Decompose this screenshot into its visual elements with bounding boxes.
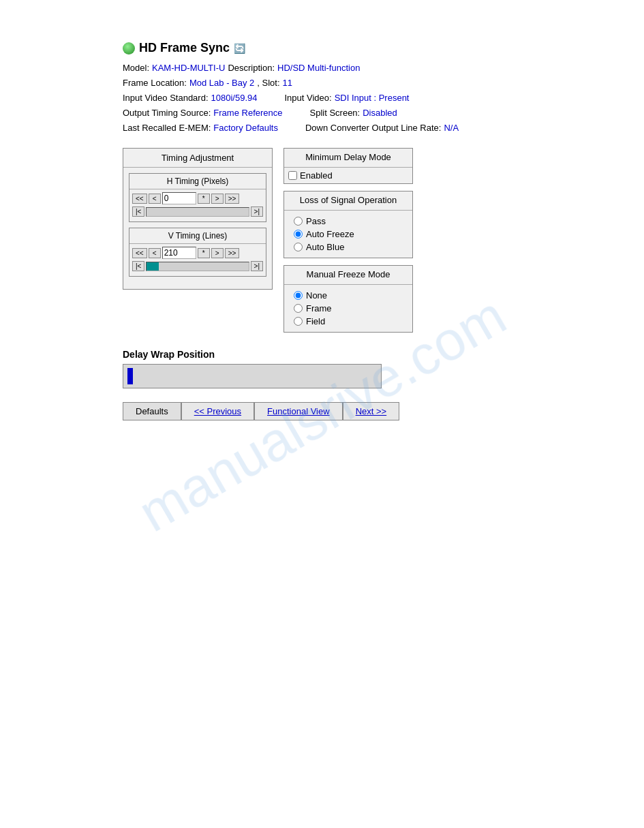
- timing-spacer: [123, 282, 272, 289]
- delay-wrap-title: Delay Wrap Position: [123, 349, 644, 360]
- minimum-delay-checkbox[interactable]: [288, 171, 297, 180]
- mf-frame-radio[interactable]: [294, 304, 303, 313]
- v-start-btn[interactable]: |<: [132, 261, 144, 271]
- down-converter-cell: Down Converter Output Line Rate: N/A: [305, 121, 459, 136]
- los-autofreeze-radio[interactable]: [294, 230, 303, 239]
- delay-wrap-bar: [123, 364, 382, 388]
- v-star-btn[interactable]: *: [198, 248, 210, 258]
- header-title-row: HD Frame Sync 🔄: [123, 41, 644, 55]
- split-screen-cell: Split Screen: Disabled: [310, 106, 397, 121]
- h-next-next-btn[interactable]: >>: [225, 194, 240, 204]
- loss-of-signal-body: Pass Auto Freeze Auto Blue: [284, 211, 412, 258]
- frame-location-cell: Frame Location: Mod Lab - Bay 2 , Slot: …: [123, 76, 292, 91]
- los-autoblue-radio[interactable]: [294, 243, 303, 251]
- manual-freeze-title: Manual Freeze Mode: [284, 266, 412, 285]
- mf-field-label: Field: [306, 316, 325, 326]
- functional-view-button[interactable]: Functional View: [254, 402, 343, 420]
- v-prev-btn[interactable]: <: [149, 248, 161, 258]
- next-button[interactable]: Next >>: [343, 402, 400, 420]
- previous-button[interactable]: << Previous: [181, 402, 254, 420]
- los-autoblue-row: Auto Blue: [291, 241, 405, 254]
- slot-label: , Slot:: [257, 76, 279, 91]
- h-prev-btn[interactable]: <: [149, 194, 161, 204]
- v-next-btn[interactable]: >: [211, 248, 224, 258]
- h-star-btn[interactable]: *: [198, 194, 210, 204]
- v-timing-row-1: << < * > >>: [132, 247, 263, 259]
- refresh-icon[interactable]: 🔄: [234, 43, 245, 54]
- h-start-btn[interactable]: |<: [132, 206, 144, 217]
- down-converter-value[interactable]: N/A: [444, 121, 459, 136]
- h-prev-prev-btn[interactable]: <<: [132, 194, 147, 204]
- h-next-btn[interactable]: >: [211, 194, 224, 204]
- v-timing-controls: << < * > >> |< >|: [129, 244, 266, 276]
- frame-location-label: Frame Location:: [123, 76, 187, 91]
- mf-none-label: None: [306, 290, 327, 301]
- mf-field-row: Field: [291, 315, 405, 328]
- h-end-btn[interactable]: >|: [251, 206, 263, 217]
- page: HD Frame Sync 🔄 Model: KAM-HD-MULTI-U De…: [0, 0, 644, 828]
- v-timing-title: V Timing (Lines): [129, 228, 266, 244]
- info-row-2: Frame Location: Mod Lab - Bay 2 , Slot: …: [123, 76, 644, 91]
- minimum-delay-checkbox-row: Enabled: [284, 168, 412, 183]
- loss-of-signal-panel: Loss of Signal Operation Pass Auto Freez…: [283, 191, 413, 258]
- bottom-nav: Defaults << Previous Functional View Nex…: [123, 402, 518, 420]
- status-dot: [123, 42, 135, 55]
- v-timing-bar: [146, 262, 249, 271]
- slot-value[interactable]: 11: [283, 76, 292, 91]
- loss-of-signal-title: Loss of Signal Operation: [284, 191, 412, 211]
- input-video-value[interactable]: SDI Input : Present: [335, 91, 410, 106]
- v-timing-sub: V Timing (Lines) << < * > >> |<: [129, 228, 266, 277]
- description-value[interactable]: HD/SD Multi-function: [277, 61, 360, 76]
- v-end-btn[interactable]: >|: [251, 261, 263, 271]
- h-timing-bar: [146, 207, 249, 217]
- last-recalled-value[interactable]: Factory Defaults: [213, 121, 278, 136]
- minimum-delay-enabled-label: Enabled: [300, 170, 333, 181]
- los-pass-radio[interactable]: [294, 217, 303, 226]
- page-title: HD Frame Sync: [139, 41, 230, 55]
- output-timing-value[interactable]: Frame Reference: [213, 106, 282, 121]
- frame-location-value[interactable]: Mod Lab - Bay 2: [189, 76, 254, 91]
- timing-adjustment-panel: Timing Adjustment H Timing (Pixels) << <…: [123, 148, 273, 290]
- model-value[interactable]: KAM-HD-MULTI-U: [152, 61, 225, 76]
- input-video-standard-cell: Input Video Standard: 1080i/59.94: [123, 91, 257, 106]
- minimum-delay-title: Minimum Delay Mode: [284, 149, 412, 168]
- los-autoblue-label: Auto Blue: [306, 242, 344, 252]
- split-screen-value[interactable]: Disabled: [363, 106, 397, 121]
- los-pass-row: Pass: [291, 215, 405, 228]
- h-timing-row-2: |< >|: [132, 206, 263, 217]
- delay-wrap-indicator: [127, 368, 133, 384]
- h-timing-sub: H Timing (Pixels) << < * > >> |<: [129, 173, 266, 222]
- v-prev-prev-btn[interactable]: <<: [132, 248, 147, 258]
- v-next-next-btn[interactable]: >>: [225, 248, 240, 258]
- info-row-3: Input Video Standard: 1080i/59.94 Input …: [123, 91, 644, 106]
- mf-none-radio[interactable]: [294, 291, 303, 300]
- mf-frame-row: Frame: [291, 302, 405, 315]
- v-timing-bar-fill: [147, 262, 159, 271]
- h-timing-controls: << < * > >> |< >|: [129, 189, 266, 221]
- los-autofreeze-label: Auto Freeze: [306, 229, 354, 239]
- h-timing-input[interactable]: [162, 192, 196, 204]
- v-timing-input[interactable]: [162, 247, 196, 259]
- mf-frame-label: Frame: [306, 303, 332, 313]
- output-timing-label: Output Timing Source:: [123, 106, 211, 121]
- right-panels: Minimum Delay Mode Enabled Loss of Signa…: [283, 148, 413, 333]
- model-label: Model:: [123, 61, 149, 76]
- description-label: Description:: [228, 61, 275, 76]
- input-video-standard-label: Input Video Standard:: [123, 91, 209, 106]
- timing-adjustment-title: Timing Adjustment: [123, 149, 272, 168]
- info-row-4: Output Timing Source: Frame Reference Sp…: [123, 106, 644, 121]
- mf-field-radio[interactable]: [294, 317, 303, 326]
- info-row-1: Model: KAM-HD-MULTI-U Description: HD/SD…: [123, 61, 644, 76]
- input-video-standard-value[interactable]: 1080i/59.94: [211, 91, 258, 106]
- output-timing-cell: Output Timing Source: Frame Reference: [123, 106, 283, 121]
- panels-row: Timing Adjustment H Timing (Pixels) << <…: [123, 148, 644, 333]
- manual-freeze-panel: Manual Freeze Mode None Frame Field: [283, 265, 413, 333]
- los-pass-label: Pass: [306, 216, 326, 226]
- down-converter-label: Down Converter Output Line Rate:: [305, 121, 441, 136]
- last-recalled-cell: Last Recalled E-MEM: Factory Defaults: [123, 121, 278, 136]
- v-timing-row-2: |< >|: [132, 261, 263, 271]
- split-screen-label: Split Screen:: [310, 106, 361, 121]
- minimum-delay-panel: Minimum Delay Mode Enabled: [283, 148, 413, 184]
- h-timing-title: H Timing (Pixels): [129, 174, 266, 189]
- defaults-button[interactable]: Defaults: [123, 402, 181, 420]
